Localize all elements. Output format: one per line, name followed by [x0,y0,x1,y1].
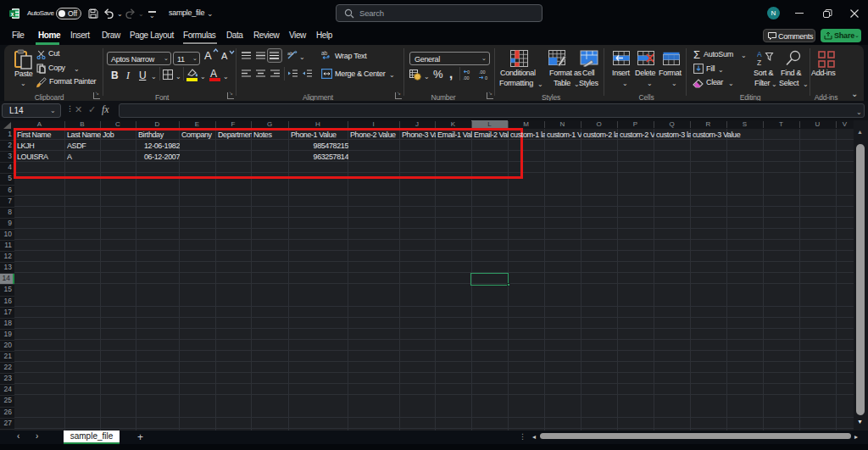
svg-text:x: x [11,11,14,17]
svg-text:0: 0 [467,69,470,75]
svg-text:.00: .00 [463,75,470,81]
svg-text:.00: .00 [479,69,486,75]
svg-text:A: A [757,50,762,58]
svg-text:Z: Z [757,58,761,67]
svg-text:0: 0 [485,75,487,81]
svg-text:ab: ab [287,51,293,56]
svg-text:ab: ab [321,50,328,56]
